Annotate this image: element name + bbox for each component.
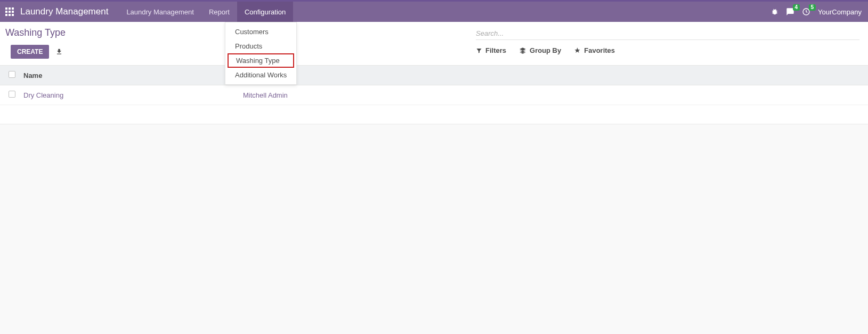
navbar-right: 4 5 YourCompany — [771, 7, 864, 16]
main-navbar: Laundry Management Laundry Management Re… — [0, 2, 868, 22]
filters-button[interactable]: Filters — [476, 46, 506, 54]
download-icon — [55, 48, 63, 55]
filters-label: Filters — [485, 46, 506, 54]
nav-item-report[interactable]: Report — [201, 2, 237, 22]
list-footer — [0, 105, 868, 124]
navbar-menu: Laundry Management Report Configuration — [119, 2, 293, 22]
messages-icon[interactable]: 4 — [786, 7, 794, 16]
messages-badge: 4 — [793, 4, 800, 11]
row-name[interactable]: Dry Cleaning — [23, 91, 243, 99]
row-checkbox-cell — [9, 91, 23, 99]
nav-item-laundry-management[interactable]: Laundry Management — [119, 2, 201, 22]
layers-icon — [519, 47, 526, 54]
apps-grid-icon — [5, 7, 14, 16]
select-all-checkbox[interactable] — [9, 71, 15, 78]
row-assignee[interactable]: Mitchell Admin — [243, 91, 859, 99]
configuration-dropdown: Customers Products Washing Type Addition… — [225, 22, 297, 85]
table-row[interactable]: Dry Cleaning Mitchell Admin — [0, 85, 868, 105]
company-switcher[interactable]: YourCompany — [818, 8, 862, 16]
search-box — [476, 27, 859, 40]
control-panel: Washing Type CREATE Filters Group By Fav… — [0, 22, 868, 66]
filter-icon — [476, 47, 482, 54]
list-header: Name — [0, 66, 868, 85]
dropdown-item-customers[interactable]: Customers — [225, 25, 296, 39]
group-by-button[interactable]: Group By — [519, 46, 561, 54]
search-options: Filters Group By Favorites — [476, 46, 859, 54]
group-by-label: Group By — [530, 46, 561, 54]
control-panel-right: Filters Group By Favorites — [476, 27, 859, 59]
control-panel-buttons: CREATE — [11, 45, 66, 59]
debug-icon[interactable] — [771, 8, 778, 15]
export-button[interactable] — [53, 46, 65, 58]
favorites-label: Favorites — [584, 46, 615, 54]
create-button[interactable]: CREATE — [11, 45, 49, 59]
row-checkbox[interactable] — [9, 91, 15, 98]
apps-launcher[interactable] — [4, 6, 15, 17]
list-view: Name Dry Cleaning Mitchell Admin — [0, 66, 868, 124]
dropdown-item-washing-type[interactable]: Washing Type — [228, 53, 294, 68]
header-checkbox-cell — [9, 71, 23, 79]
star-icon — [574, 47, 581, 54]
favorites-button[interactable]: Favorites — [574, 46, 615, 54]
dropdown-item-products[interactable]: Products — [225, 39, 296, 53]
app-title[interactable]: Laundry Management — [20, 6, 108, 17]
activities-badge: 5 — [809, 4, 816, 11]
breadcrumb: Washing Type — [5, 27, 66, 38]
activities-icon[interactable]: 5 — [802, 7, 810, 16]
nav-item-configuration[interactable]: Configuration — [237, 2, 293, 22]
control-panel-left: Washing Type CREATE — [5, 27, 66, 59]
dropdown-item-additional-works[interactable]: Additional Works — [225, 68, 296, 82]
column-header-name[interactable]: Name — [23, 71, 243, 79]
search-input[interactable] — [476, 29, 859, 37]
